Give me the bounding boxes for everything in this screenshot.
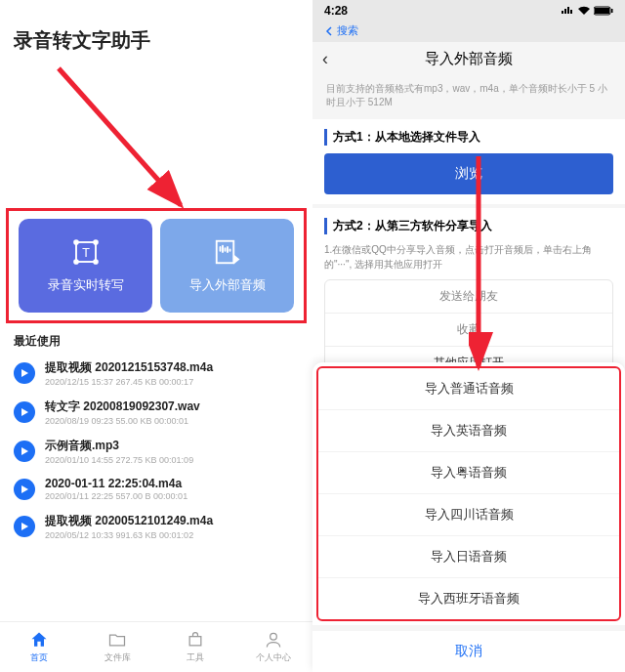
play-icon[interactable] <box>14 362 35 384</box>
sheet-option[interactable]: 导入英语音频 <box>318 410 619 452</box>
sheet-option[interactable]: 导入日语音频 <box>318 536 619 578</box>
app-title: 录音转文字助手 <box>0 0 312 62</box>
play-icon[interactable] <box>14 479 35 500</box>
svg-point-5 <box>74 260 78 264</box>
nav-label: 文件库 <box>104 651 131 664</box>
nav-label: 首页 <box>30 651 48 664</box>
status-time: 4:28 <box>324 4 348 18</box>
sheet-option[interactable]: 导入粤语音频 <box>318 452 619 494</box>
import-audio-card[interactable]: 导入外部音频 <box>160 219 294 313</box>
play-icon[interactable] <box>14 401 35 423</box>
search-back[interactable]: 搜索 <box>312 21 625 42</box>
file-name: 提取视频 20201215153748.m4a <box>45 359 299 376</box>
nav-profile[interactable]: 个人中心 <box>234 622 312 672</box>
back-icon[interactable]: ‹ <box>322 49 328 69</box>
method1-title: 方式1：从本地选择文件导入 <box>324 129 613 146</box>
status-bar: 4:28 <box>312 0 625 21</box>
search-label: 搜索 <box>337 23 358 38</box>
action-sheet: 导入普通话音频导入英语音频导入粤语音频导入四川话音频导入日语音频导入西班牙语音频… <box>312 362 625 672</box>
svg-point-4 <box>94 240 98 244</box>
svg-text:T: T <box>82 246 90 260</box>
share-send: 发送给朋友 <box>325 280 612 314</box>
share-fav: 收藏 <box>325 314 612 347</box>
page-title: 导入外部音频 <box>425 50 513 68</box>
recent-label: 最近使用 <box>0 323 312 354</box>
svg-rect-7 <box>216 241 233 264</box>
svg-point-3 <box>74 240 78 244</box>
sheet-options-highlight: 导入普通话音频导入英语音频导入粤语音频导入四川话音频导入日语音频导入西班牙语音频 <box>316 366 621 621</box>
file-item[interactable]: 转文字 20200819092307.wav 2020/08/19 09:23 … <box>0 393 312 432</box>
file-meta: 2020/12/15 15:37 267.45 KB 00:00:17 <box>45 377 299 387</box>
file-name: 示例音频.mp3 <box>45 438 299 454</box>
file-meta: 2020/01/10 14:55 272.75 KB 00:01:09 <box>45 455 299 465</box>
svg-rect-12 <box>611 9 613 13</box>
file-item[interactable]: 提取视频 20200512101249.m4a 2020/05/12 10:33… <box>0 507 312 546</box>
sheet-option[interactable]: 导入西班牙语音频 <box>318 578 619 619</box>
play-icon[interactable] <box>14 516 35 537</box>
svg-rect-11 <box>595 8 609 14</box>
format-hint: 目前支持的音频格式有mp3，wav，m4a，单个音频时长小于 5 小时且小于 5… <box>312 76 625 115</box>
nav-home[interactable]: 首页 <box>0 622 78 672</box>
sheet-option[interactable]: 导入四川话音频 <box>318 494 619 536</box>
svg-rect-8 <box>189 637 201 646</box>
import-icon <box>213 237 242 267</box>
file-meta: 2020/08/19 09:23 55.00 KB 00:00:01 <box>45 416 299 426</box>
action-cards-highlight: T 录音实时转写 导入外部音频 <box>6 208 307 323</box>
card-label: 录音实时转写 <box>48 276 124 294</box>
card-label: 导入外部音频 <box>189 276 266 294</box>
bottom-nav: 首页 文件库 工具 个人中心 <box>0 621 312 672</box>
file-name: 2020-01-11 22:25:04.m4a <box>45 477 299 490</box>
cancel-button[interactable]: 取消 <box>312 625 625 672</box>
svg-point-6 <box>94 260 98 264</box>
file-name: 转文字 20200819092307.wav <box>45 399 299 415</box>
file-name: 提取视频 20200512101249.m4a <box>45 513 299 529</box>
nav-tools[interactable]: 工具 <box>156 622 234 672</box>
transcribe-icon: T <box>71 237 101 267</box>
nav-files[interactable]: 文件库 <box>78 622 156 672</box>
realtime-transcribe-card[interactable]: T 录音实时转写 <box>19 219 152 313</box>
file-item[interactable]: 2020-01-11 22:25:04.m4a 2020/01/11 22:25… <box>0 471 312 507</box>
svg-point-9 <box>271 633 277 640</box>
file-item[interactable]: 示例音频.mp3 2020/01/10 14:55 272.75 KB 00:0… <box>0 432 312 471</box>
method2-desc: 1.在微信或QQ中分享导入音频，点击打开音频后，单击右上角的"···", 选择用… <box>324 242 613 272</box>
file-meta: 2020/05/12 10:33 991.63 KB 00:01:02 <box>45 530 299 540</box>
status-icons <box>561 6 613 16</box>
nav-label: 工具 <box>187 651 204 664</box>
sheet-option[interactable]: 导入普通话音频 <box>318 368 619 410</box>
method2-title: 方式2：从第三方软件分享导入 <box>324 218 613 234</box>
file-item[interactable]: 提取视频 20201215153748.m4a 2020/12/15 15:37… <box>0 354 312 393</box>
browse-button[interactable]: 浏览 <box>324 153 613 194</box>
file-meta: 2020/01/11 22:25 557.00 B 00:00:01 <box>45 491 299 501</box>
svg-line-0 <box>59 68 181 205</box>
nav-label: 个人中心 <box>256 651 291 664</box>
play-icon[interactable] <box>14 441 35 462</box>
pointer-arrow-icon <box>49 59 205 215</box>
